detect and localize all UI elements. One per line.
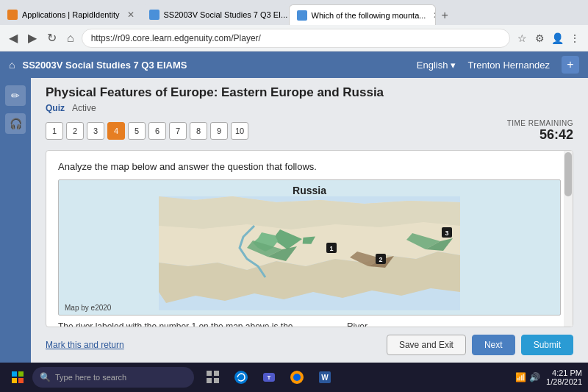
browser-tab-1[interactable]: Applications | RapidIdentity ✕ bbox=[0, 4, 142, 25]
tab-icon-2 bbox=[149, 10, 159, 20]
app-header-left: ⌂ SS2003V Social Studies 7 Q3 EIAMS bbox=[9, 59, 187, 71]
svg-point-21 bbox=[293, 374, 301, 381]
headphone-icon[interactable]: 🎧 bbox=[5, 113, 26, 134]
question-btn-9[interactable]: 9 bbox=[210, 122, 228, 140]
taskbar-right: 📶 🔊 4:21 PM 1/28/2021 bbox=[515, 368, 582, 386]
question-btn-7[interactable]: 7 bbox=[169, 122, 187, 140]
action-buttons: Save and Exit Next Submit bbox=[387, 335, 573, 355]
home-icon[interactable]: ⌂ bbox=[9, 59, 15, 71]
taskbar-app-word[interactable]: W bbox=[312, 364, 338, 391]
submit-button[interactable]: Submit bbox=[521, 335, 573, 355]
clock-date: 1/28/2021 bbox=[546, 377, 582, 386]
app-title: SS2003V Social Studies 7 Q3 EIAMS bbox=[22, 60, 187, 71]
taskbar-search[interactable]: 🔍 Type here to search bbox=[32, 367, 194, 388]
windows-icon bbox=[12, 371, 24, 383]
tab-label-3: Which of the following mounta... bbox=[312, 11, 426, 20]
svg-rect-16 bbox=[214, 378, 219, 383]
browser-tab-3[interactable]: Which of the following mounta... ✕ bbox=[289, 4, 436, 25]
windows-start-button[interactable] bbox=[6, 366, 29, 389]
page-title: Physical Features of Europe: Eastern Eur… bbox=[46, 85, 573, 100]
system-tray: 📶 🔊 bbox=[515, 372, 540, 382]
url-text: https://r09.core.learn.edgenuity.com/Pla… bbox=[91, 33, 261, 43]
chevron-down-icon: ▾ bbox=[451, 60, 456, 71]
svg-rect-13 bbox=[207, 371, 212, 376]
taskbar-app-edge[interactable] bbox=[228, 364, 254, 391]
address-bar[interactable]: https://r09.core.learn.edgenuity.com/Pla… bbox=[82, 29, 510, 48]
refresh-button[interactable]: ↻ bbox=[44, 29, 60, 46]
tab-label-1: Applications | RapidIdentity bbox=[22, 10, 120, 19]
back-button[interactable]: ◀ bbox=[6, 29, 21, 46]
toolbar-icons: ☆ ⚙ 👤 ⋮ bbox=[514, 31, 582, 46]
taskbar: 🔍 Type here to search T W 📶 🔊 4:21 PM 1/… bbox=[0, 363, 588, 392]
quiz-scrollbar-thumb bbox=[564, 152, 572, 196]
new-tab-button[interactable]: + bbox=[436, 6, 454, 25]
forward-button[interactable]: ▶ bbox=[25, 29, 40, 46]
svg-text:2: 2 bbox=[379, 256, 382, 263]
page-subtitle: Quiz Active bbox=[46, 103, 573, 113]
tab-icon-3 bbox=[297, 10, 307, 21]
svg-point-17 bbox=[234, 371, 248, 384]
svg-text:W: W bbox=[321, 374, 329, 382]
clock[interactable]: 4:21 PM 1/28/2021 bbox=[546, 368, 582, 386]
map-box: Russia bbox=[58, 179, 561, 316]
search-icon: 🔍 bbox=[40, 372, 51, 382]
timer-box: TIME REMAINING 56:42 bbox=[507, 119, 573, 143]
home-button[interactable]: ⌂ bbox=[64, 30, 77, 46]
question-btn-1[interactable]: 1 bbox=[46, 122, 63, 140]
question-btn-3[interactable]: 3 bbox=[87, 122, 104, 140]
question-btn-5[interactable]: 5 bbox=[128, 122, 146, 140]
sidebar: ✏ 🎧 bbox=[0, 78, 31, 363]
quiz-nav-row: 1 2 3 4 5 6 7 8 9 10 TIME REMAINING 56:4… bbox=[46, 119, 573, 143]
taskbar-apps: T W bbox=[200, 364, 338, 391]
network-icon: 📶 bbox=[515, 372, 526, 382]
taskbar-app-teams[interactable]: T bbox=[256, 364, 282, 391]
mark-return-link[interactable]: Mark this and return bbox=[46, 340, 124, 350]
clock-time: 4:21 PM bbox=[546, 368, 582, 377]
svg-text:1: 1 bbox=[329, 245, 333, 252]
browser-tab-2[interactable]: SS2003V Social Studies 7 Q3 EI... ✕ bbox=[142, 4, 289, 25]
pencil-icon[interactable]: ✏ bbox=[5, 85, 26, 106]
question-btn-2[interactable]: 2 bbox=[66, 122, 84, 140]
language-selector[interactable]: English ▾ bbox=[417, 60, 456, 71]
app-header-right: English ▾ Trenton Hernandez + bbox=[417, 56, 579, 74]
content-area: Physical Features of Europe: Eastern Eur… bbox=[31, 78, 588, 363]
plus-button[interactable]: + bbox=[562, 56, 579, 74]
question-btn-4[interactable]: 4 bbox=[107, 122, 125, 140]
subtitle-quiz: Quiz bbox=[46, 103, 65, 113]
fill-in-text: The river labeled with the number 1 on t… bbox=[58, 321, 561, 327]
timer-label: TIME REMAINING bbox=[507, 119, 573, 127]
map-svg-area: 1 2 bbox=[59, 196, 560, 310]
quiz-scrollbar[interactable] bbox=[564, 151, 573, 327]
subtitle-active: Active bbox=[72, 103, 96, 113]
volume-icon: 🔊 bbox=[529, 372, 540, 382]
taskbar-app-firefox[interactable] bbox=[284, 364, 310, 391]
app-header: ⌂ SS2003V Social Studies 7 Q3 EIAMS Engl… bbox=[0, 51, 588, 78]
profile-icon[interactable]: 👤 bbox=[550, 31, 564, 46]
browser-tabs: Applications | RapidIdentity ✕ SS2003V S… bbox=[0, 0, 588, 25]
menu-icon[interactable]: ⋮ bbox=[567, 31, 582, 46]
tab-label-2: SS2003V Social Studies 7 Q3 EI... bbox=[164, 10, 288, 19]
question-btn-8[interactable]: 8 bbox=[190, 122, 207, 140]
bookmark-icon[interactable]: ☆ bbox=[514, 31, 529, 46]
action-row: Mark this and return Save and Exit Next … bbox=[46, 335, 573, 355]
svg-rect-14 bbox=[214, 371, 219, 376]
search-placeholder: Type here to search bbox=[55, 373, 126, 382]
next-button[interactable]: Next bbox=[472, 335, 515, 355]
save-exit-button[interactable]: Save and Exit bbox=[387, 335, 466, 355]
map-title: Russia bbox=[59, 180, 560, 196]
map-svg: 1 2 bbox=[59, 196, 560, 310]
tab-close-1[interactable]: ✕ bbox=[127, 10, 135, 20]
timer-value: 56:42 bbox=[507, 127, 573, 143]
svg-text:T: T bbox=[268, 374, 271, 381]
map-credit: Map by e2020 bbox=[65, 304, 111, 312]
quiz-panel: Analyze the map below and answer the que… bbox=[46, 150, 573, 327]
question-btn-6[interactable]: 6 bbox=[148, 122, 166, 140]
main-content: ✏ 🎧 Physical Features of Europe: Eastern… bbox=[0, 78, 588, 363]
user-name: Trenton Hernandez bbox=[467, 60, 550, 71]
tab-icon-1 bbox=[7, 10, 18, 20]
taskbar-app-task-view[interactable] bbox=[200, 364, 226, 391]
svg-text:3: 3 bbox=[445, 229, 448, 237]
extensions-icon[interactable]: ⚙ bbox=[532, 31, 547, 46]
question-btn-10[interactable]: 10 bbox=[231, 122, 248, 140]
question-buttons: 1 2 3 4 5 6 7 8 9 10 bbox=[46, 122, 248, 140]
